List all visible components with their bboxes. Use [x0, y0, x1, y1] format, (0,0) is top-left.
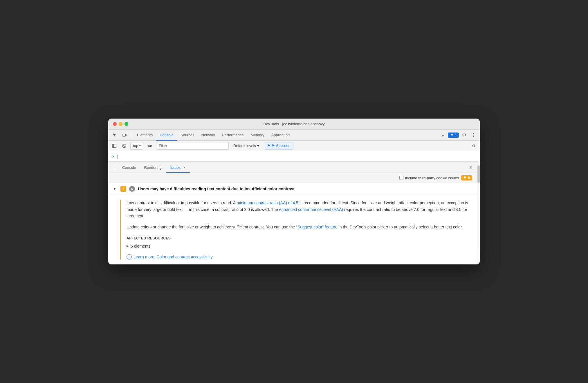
svg-rect-2 — [113, 144, 116, 148]
context-dropdown-arrow: ▾ — [139, 144, 141, 147]
console-settings-button[interactable]: ⚙ — [470, 142, 477, 150]
issues-pill-label: ⚑ 6 Issues — [272, 144, 290, 148]
svg-rect-1 — [125, 135, 126, 136]
issue-description: Low-contrast text is difficult or imposs… — [127, 200, 470, 219]
scrollbar-thumb[interactable] — [477, 165, 480, 183]
panel-tabs: ⋮ Console Rendering Issues ✕ ✕ — [108, 162, 477, 173]
elements-count-label: 6 elements — [131, 244, 150, 248]
elements-toggle[interactable]: ▶ 6 elements — [127, 243, 470, 250]
tab-console[interactable]: Console — [156, 130, 177, 141]
elements-triangle: ▶ — [127, 244, 129, 248]
console-prompt: > — [112, 154, 114, 159]
live-expressions-button[interactable] — [146, 142, 154, 150]
issues-badge-count: 6 — [468, 176, 470, 180]
issues-badge-icon: ⚑ — [463, 176, 467, 180]
console-input-area[interactable]: > — [108, 151, 480, 162]
main-content: ⋮ Console Rendering Issues ✕ ✕ Includ — [108, 162, 480, 264]
context-value: top — [133, 144, 138, 148]
svg-line-5 — [123, 144, 126, 147]
issue-warning-icon: ! — [120, 186, 126, 192]
traffic-lights — [113, 122, 128, 126]
cursor-icon[interactable] — [111, 131, 119, 139]
titlebar: DevTools - jec.fyi/demo/cds-anchovy — [108, 119, 480, 130]
issues-panel-label: Issues — [170, 165, 181, 170]
svg-point-6 — [149, 145, 151, 146]
issues-badge[interactable]: ⚑ 6 — [448, 133, 459, 138]
issues-tab-close[interactable]: ✕ — [182, 166, 186, 170]
learn-more-label: Learn more: Color and contrast accessibi… — [134, 255, 212, 259]
tab-elements[interactable]: Elements — [134, 130, 156, 141]
maximize-button[interactable] — [125, 122, 128, 126]
window-title: DevTools - jec.fyi/demo/cds-anchovy — [113, 122, 475, 126]
rendering-panel-label: Rendering — [144, 165, 162, 170]
issues-options-bar: Include third-party cookie issues ⚑ 6 — [108, 173, 477, 183]
issue-suggestion: Update colors or change the font size or… — [127, 224, 470, 230]
issue-left-border: Low-contrast text is difficult or imposs… — [120, 200, 470, 259]
settings-button[interactable]: ⚙ — [460, 131, 468, 139]
issue-chevron-icon: ▼ — [113, 187, 118, 191]
affected-resources: AFFECTED RESOURCES ▶ 6 elements — [127, 236, 470, 250]
svg-rect-0 — [123, 134, 125, 136]
log-levels-selector[interactable]: Default levels ▾ — [231, 142, 261, 150]
console-toolbar: top ▾ Default levels ▾ ⚑ ⚑ 6 Issues ⚙ — [108, 141, 480, 151]
content-main: ⋮ Console Rendering Issues ✕ ✕ Includ — [108, 162, 477, 264]
third-party-cookie-checkbox-label[interactable]: Include third-party cookie issues — [399, 176, 459, 180]
issues-content: ▼ ! 6 Users may have difficulties readin… — [108, 183, 477, 264]
console-input[interactable] — [116, 154, 119, 159]
toolbar-left-icons — [111, 131, 129, 139]
learn-more-icon: → — [127, 254, 132, 259]
suggest-color-link[interactable]: “Suggest color” feature — [296, 225, 337, 229]
tab-right-icons: » ⚑ 6 ⚙ ⋮ — [439, 131, 477, 139]
issues-pill[interactable]: ⚑ ⚑ 6 Issues — [264, 142, 293, 150]
issues-count-badge: ⚑ 6 — [461, 175, 472, 180]
issue-title: Users may have difficulties reading text… — [138, 187, 295, 191]
tab-rendering-panel[interactable]: Rendering — [141, 162, 165, 173]
more-options-button[interactable]: ⋮ — [469, 131, 477, 139]
tab-application[interactable]: Application — [268, 130, 293, 141]
panel-close-button[interactable]: ✕ — [467, 164, 475, 171]
tab-sources[interactable]: Sources — [177, 130, 198, 141]
tab-memory[interactable]: Memory — [247, 130, 268, 141]
issues-flag-icon: ⚑ — [267, 144, 270, 148]
devtools-window: DevTools - jec.fyi/demo/cds-anchovy Elem… — [108, 119, 480, 264]
tab-separator — [132, 132, 132, 138]
conformance-link[interactable]: enhanced conformance level (AAA) — [279, 207, 343, 212]
issue-header[interactable]: ▼ ! 6 Users may have difficulties readin… — [108, 183, 477, 195]
tab-issues-panel[interactable]: Issues ✕ — [166, 162, 190, 173]
filter-input[interactable] — [156, 142, 229, 150]
scrollbar-track[interactable] — [477, 162, 480, 264]
contrast-ratio-link[interactable]: minimum contrast ratio (AA) of 4.5 — [237, 201, 298, 205]
close-button[interactable] — [113, 122, 117, 126]
issue-group-contrast: ▼ ! 6 Users may have difficulties readin… — [108, 183, 477, 264]
issue-count-circle: 6 — [129, 186, 135, 192]
tab-performance[interactable]: Performance — [219, 130, 247, 141]
device-toggle-icon[interactable] — [120, 131, 129, 139]
clear-console-button[interactable] — [120, 142, 128, 150]
main-tabs-bar: Elements Console Sources Network Perform… — [108, 130, 480, 141]
tab-console-panel[interactable]: Console — [119, 162, 140, 173]
third-party-cookie-label: Include third-party cookie issues — [405, 176, 459, 180]
more-tabs-button[interactable]: » — [439, 131, 447, 139]
affected-resources-label: AFFECTED RESOURCES — [127, 236, 470, 240]
console-panel-label: Console — [122, 165, 136, 170]
issues-count: 6 — [454, 133, 457, 137]
tab-network[interactable]: Network — [198, 130, 219, 141]
issue-body: Low-contrast text is difficult or imposs… — [108, 195, 477, 264]
third-party-cookie-checkbox[interactable] — [399, 176, 403, 180]
sidebar-toggle-button[interactable] — [111, 142, 118, 150]
levels-label: Default levels — [233, 144, 256, 148]
flag-icon: ⚑ — [450, 133, 453, 137]
panel-menu-button[interactable]: ⋮ — [111, 164, 118, 171]
learn-more-link[interactable]: → Learn more: Color and contrast accessi… — [127, 254, 470, 259]
levels-arrow: ▾ — [257, 144, 259, 148]
minimize-button[interactable] — [119, 122, 122, 126]
context-selector[interactable]: top ▾ — [130, 142, 143, 150]
